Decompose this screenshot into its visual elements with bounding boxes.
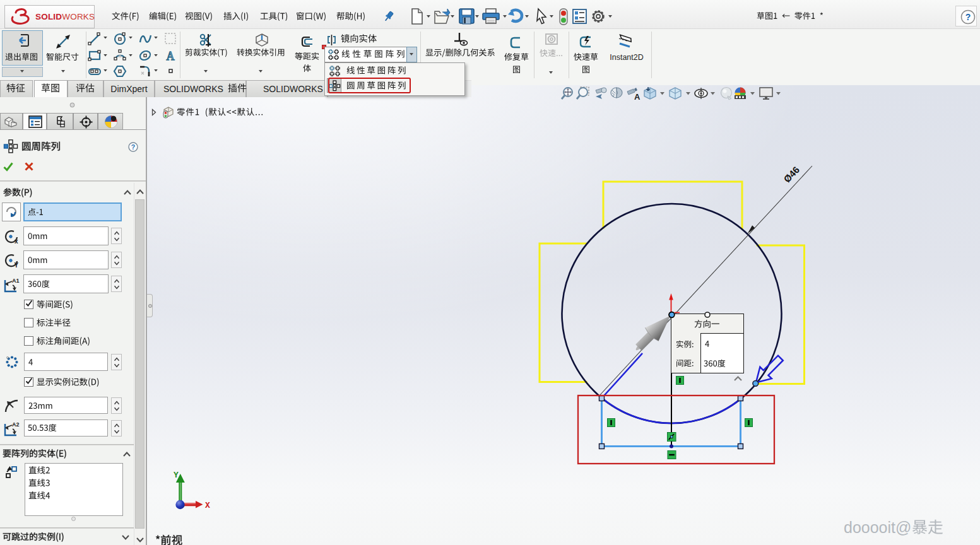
svg-text:X: X (205, 501, 210, 510)
svg-text:A1: A1 (12, 278, 20, 284)
svg-text:Y: Y (15, 262, 19, 269)
svg-text:A2: A2 (12, 421, 20, 428)
svg-text:?: ? (131, 143, 135, 151)
svg-text:x: x (15, 238, 18, 245)
svg-text:Y: Y (174, 471, 179, 480)
